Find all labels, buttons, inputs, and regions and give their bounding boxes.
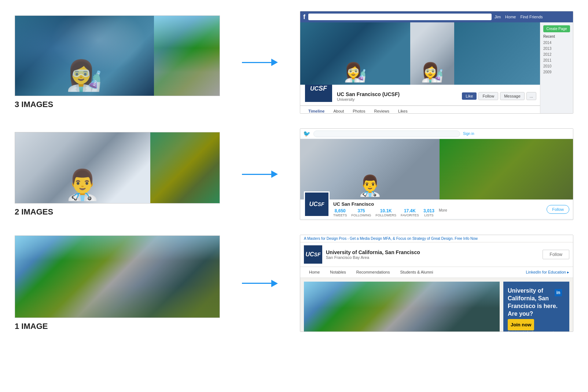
fb-year-2010[interactable]: 2010 — [543, 63, 570, 69]
arrow-2 — [242, 171, 278, 178]
row-twitter: 2 IMAGES 🐦 Sign in — [15, 128, 573, 220]
arrow-shape-2 — [242, 171, 278, 178]
campus-image — [15, 236, 220, 318]
fb-topbar: f Jim Home Find Friends — [300, 11, 573, 22]
li-follow-button[interactable]: Follow — [543, 250, 569, 259]
main-container: 3 IMAGES f Jim Home Find Friends — [0, 0, 588, 343]
arrow-shape-3 — [242, 280, 278, 287]
tw-stat-lists: 3,013 LISTS — [423, 208, 434, 217]
tw-search-bar[interactable] — [313, 131, 460, 137]
fb-tab-timeline[interactable]: Timeline — [304, 106, 329, 114]
li-nav-home[interactable]: Home — [304, 267, 325, 278]
arrow-head-1 — [271, 59, 278, 66]
fb-page-name: UC San Francisco (UCSF) — [337, 91, 458, 97]
tw-follow-button[interactable]: Follow — [547, 205, 569, 214]
fb-tab-reviews[interactable]: Reviews — [370, 106, 394, 114]
aerial-small-image — [154, 16, 220, 96]
tw-tabs: Tweets Tweets and replies — [300, 219, 573, 220]
li-nav-students[interactable]: Students & Alumni — [395, 267, 438, 278]
tw-stat-favorites: 17.4K FAVORITES — [401, 208, 419, 217]
fb-body: UCSF UC San Francisco (UCSF) University … — [300, 22, 573, 114]
fb-tab-photos[interactable]: Photos — [348, 106, 370, 114]
fb-nav-jim[interactable]: Jim — [495, 15, 501, 19]
fb-tabs: Timeline About Photos Reviews Likes — [300, 106, 540, 114]
source-label-2: 2 IMAGES — [15, 207, 220, 217]
fb-nav-friends[interactable]: Find Friends — [520, 15, 543, 19]
source-side-2: 2 IMAGES — [15, 132, 220, 217]
tw-signin-link[interactable]: Sign in — [463, 132, 474, 136]
fb-create-page-btn[interactable]: Create Page — [543, 25, 570, 32]
tw-topbar: 🐦 Sign in — [300, 129, 573, 139]
ucsf-logo-text: UCSF — [310, 85, 327, 92]
li-join-section: Join now By joining LinkedIn, you agree … — [508, 319, 565, 332]
tw-following-label: FOLLOWING — [352, 213, 371, 217]
fb-message-button[interactable]: Message — [500, 92, 525, 100]
tw-followers-count: 10.1K — [380, 208, 392, 213]
row-linkedin: 1 IMAGE A Masters for Design Pros - Get … — [15, 235, 573, 332]
twitter-mockup: 🐦 Sign in UCSF UC San Francisco — [300, 128, 573, 220]
tw-lists-label: LISTS — [424, 213, 433, 217]
tw-favorites-count: 17.4K — [404, 208, 416, 213]
facebook-logo-icon: f — [303, 13, 305, 21]
source-images-1 — [15, 235, 220, 318]
tw-username: UC San Francisco — [333, 201, 543, 207]
fb-tab-about[interactable]: About — [329, 106, 348, 114]
source-label-1: 3 IMAGES — [15, 100, 220, 109]
twitter-logo-icon: 🐦 — [303, 130, 310, 137]
tw-tab-tweets[interactable]: Tweets — [304, 219, 326, 220]
li-nav-notables[interactable]: Notables — [325, 267, 351, 278]
arrow-shape-1 — [242, 59, 278, 66]
tw-more-btn[interactable]: More — [439, 208, 447, 217]
fb-profile-section: UCSF UC San Francisco (UCSF) University … — [300, 85, 540, 106]
fb-like-button[interactable]: Like — [462, 92, 477, 100]
fb-page-info: UC San Francisco (UCSF) University — [333, 90, 462, 103]
tw-following-count: 375 — [357, 208, 365, 213]
fb-follow-button[interactable]: Follow — [478, 92, 498, 100]
fb-search-bar[interactable] — [308, 14, 492, 20]
li-nav-recommendations[interactable]: Recommendations — [351, 267, 395, 278]
fb-year-2013[interactable]: 2013 — [543, 46, 570, 52]
linkedin-in-icon: in — [555, 289, 562, 296]
source-images-3 — [15, 15, 220, 96]
fb-more-button[interactable]: ... — [526, 92, 536, 100]
tw-tab-replies[interactable]: Tweets and replies — [326, 219, 368, 220]
fb-cover-photo-3 — [454, 22, 540, 85]
fb-cover-area: UCSF UC San Francisco (UCSF) University … — [300, 22, 540, 114]
facebook-interface: f Jim Home Find Friends — [300, 11, 573, 114]
arrow-line-1 — [242, 62, 271, 63]
tw-tweets-label: TWEETS — [333, 213, 347, 217]
lab-person-image — [15, 16, 154, 96]
li-join-button[interactable]: Join now — [508, 319, 534, 330]
facebook-mockup: f Jim Home Find Friends — [300, 11, 573, 114]
arrow-head-2 — [271, 171, 278, 178]
tw-profile-pic: UCSF — [304, 191, 330, 217]
li-cta-card: in University of California, San Francis… — [503, 282, 569, 332]
fb-year-2014[interactable]: 2014 — [543, 40, 570, 46]
li-company-logo: UCSF — [304, 245, 322, 264]
fb-nav-home[interactable]: Home — [505, 15, 516, 19]
tw-cover-area — [300, 139, 573, 199]
fb-nav: Jim Home Find Friends — [495, 15, 543, 19]
doctor-image — [15, 132, 150, 204]
li-header: UCSF University of California, San Franc… — [300, 242, 573, 267]
tw-profile-area: UCSF UC San Francisco 8,650 TWEETS 375 F… — [300, 199, 573, 219]
linkedin-mockup: A Masters for Design Pros - Get a Media … — [300, 235, 573, 332]
aerial-2-image — [150, 132, 220, 204]
tw-followers-label: FOLLOWERS — [376, 213, 397, 217]
tw-favorites-label: FAVORITES — [401, 213, 419, 217]
li-nav-education-link[interactable]: LinkedIn for Education ▸ — [526, 267, 569, 278]
arrow-line-3 — [242, 283, 271, 284]
fb-page-type: University — [337, 97, 458, 102]
fb-tab-likes[interactable]: Likes — [394, 106, 412, 114]
arrow-line-2 — [242, 174, 271, 175]
fb-cover-photo-2 — [410, 22, 454, 85]
li-ad-text: A Masters for Design Pros - Get a Media … — [304, 237, 569, 241]
fb-year-2009[interactable]: 2009 — [543, 69, 570, 75]
source-side-1: 3 IMAGES — [15, 15, 220, 109]
li-company-name: University of California, San Francisco — [326, 249, 539, 255]
fb-year-2011[interactable]: 2011 — [543, 58, 570, 63]
li-company-location: San Francisco Bay Area — [326, 255, 539, 260]
fb-year-2012[interactable]: 2012 — [543, 52, 570, 58]
arrow-1 — [242, 59, 278, 66]
row-facebook: 3 IMAGES f Jim Home Find Friends — [15, 11, 573, 114]
